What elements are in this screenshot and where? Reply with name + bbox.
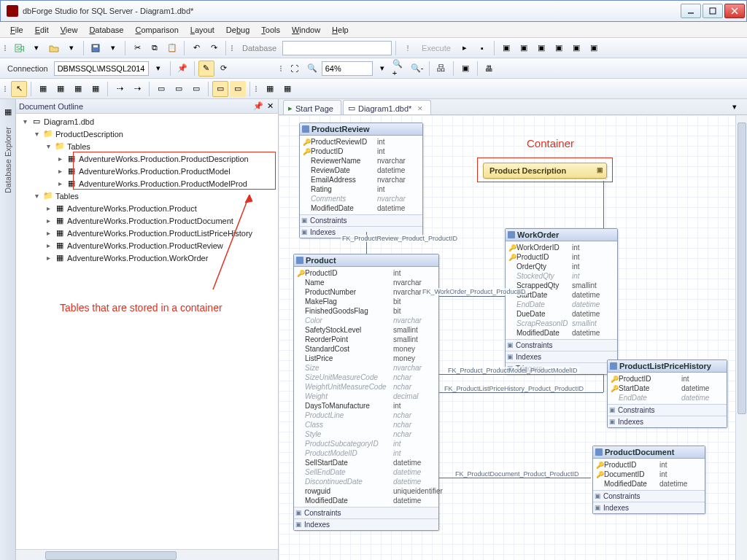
connection-dropdown[interactable]: ▾: [150, 61, 166, 77]
undo-button[interactable]: ↶: [188, 40, 204, 56]
database-combo[interactable]: [282, 41, 392, 55]
execute-icon[interactable]: !: [400, 40, 416, 56]
entity-column[interactable]: 🔑ProductIDint: [508, 252, 614, 262]
entity-column[interactable]: ModifiedDatedatetime: [297, 496, 436, 505]
note-button[interactable]: ▭: [153, 81, 169, 97]
entity-column[interactable]: EndDatedatetime: [508, 300, 614, 309]
entity-section[interactable]: Constraints: [593, 490, 705, 502]
container2-button[interactable]: ▭: [230, 81, 246, 97]
entity-column[interactable]: SellEndDatedatetime: [297, 467, 436, 477]
tab-close-icon[interactable]: ✕: [417, 105, 423, 112]
export-button[interactable]: ▣: [457, 61, 473, 77]
window-2-button[interactable]: ▣: [516, 40, 532, 56]
entity-column[interactable]: DiscontinuedDatedatetime: [297, 477, 436, 486]
zoom-out-button[interactable]: 🔍-: [409, 61, 425, 77]
menu-database[interactable]: Database: [83, 24, 129, 36]
menu-debug[interactable]: Debug: [220, 24, 255, 36]
entity-column[interactable]: ProductSubcategoryIDint: [297, 439, 436, 448]
tree-root[interactable]: Diagram1.dbd: [44, 117, 94, 126]
entity-productdocument[interactable]: ProductDocument 🔑ProductIDint🔑DocumentID…: [592, 446, 705, 514]
add-func-button[interactable]: ▦: [88, 81, 104, 97]
entity-section[interactable]: Constraints: [294, 507, 438, 518]
entity-column[interactable]: SizeUnitMeasureCodenchar: [297, 373, 436, 382]
open-button[interactable]: [46, 40, 62, 56]
entity-column[interactable]: ModifiedDatedatetime: [303, 203, 419, 213]
entity-section[interactable]: Indexes: [506, 351, 617, 362]
entity-section[interactable]: Indexes: [608, 416, 727, 427]
entity-column[interactable]: DueDatedatetime: [508, 309, 614, 319]
entity-column[interactable]: EndDatedatetime: [611, 393, 724, 402]
entity-column[interactable]: Sizenvarchar: [297, 363, 436, 373]
entity-column[interactable]: WeightUnitMeasureCodenchar: [297, 382, 436, 392]
window-4-button[interactable]: ▣: [551, 40, 567, 56]
outline-pin-icon[interactable]: 📌: [253, 101, 263, 112]
outline-tree[interactable]: ▾▭Diagram1.dbd ▾📁ProductDescription ▾📁Ta…: [16, 114, 278, 560]
refresh-button[interactable]: ⟳: [216, 61, 232, 77]
outline-hscroll[interactable]: [16, 549, 278, 560]
menu-file[interactable]: File: [4, 24, 29, 36]
menu-tools[interactable]: Tools: [255, 24, 286, 36]
entity-column[interactable]: ProductModelIDint: [297, 448, 436, 458]
entity-header[interactable]: WorkOrder: [506, 229, 617, 241]
grid-button[interactable]: ▦: [279, 81, 295, 97]
menu-window[interactable]: Window: [286, 24, 326, 36]
entity-column[interactable]: DaysToManufactureint: [297, 401, 436, 411]
relation-button[interactable]: ⇢: [112, 81, 128, 97]
toolbar-grip-2[interactable]: [230, 45, 234, 51]
entity-column[interactable]: Classnchar: [297, 420, 436, 429]
connection-combo[interactable]: [54, 61, 149, 76]
minimize-button[interactable]: [681, 4, 701, 18]
pointer-tool[interactable]: ↖: [11, 81, 27, 97]
relation-line[interactable]: [439, 296, 505, 297]
entity-column[interactable]: 🔑WorkOrderIDint: [508, 243, 614, 252]
zoom-in-button[interactable]: 🔍+: [392, 61, 408, 77]
toolbar-grip[interactable]: [3, 45, 7, 51]
menu-comparison[interactable]: Comparison: [129, 24, 184, 36]
entity-column[interactable]: ScrapReasonIDsmallint: [508, 319, 614, 328]
image-button[interactable]: ▭: [188, 81, 204, 97]
entity-column[interactable]: 🔑DocumentIDint: [596, 470, 702, 479]
tree-tables-2[interactable]: Tables: [55, 192, 79, 201]
stamp-button[interactable]: ▭: [171, 81, 187, 97]
entity-column[interactable]: SellStartDatedatetime: [297, 458, 436, 467]
entity-column[interactable]: EmailAddressnvarchar: [303, 175, 419, 184]
entity-section[interactable]: Constraints: [300, 214, 422, 226]
canvas-vscroll[interactable]: [735, 115, 747, 560]
relation2-button[interactable]: ⇢: [129, 81, 145, 97]
open-recent-button[interactable]: ▾: [63, 40, 80, 56]
maximize-button[interactable]: [703, 4, 723, 18]
entity-column[interactable]: ListPricemoney: [297, 354, 436, 363]
menu-view[interactable]: View: [55, 24, 84, 36]
entity-column[interactable]: ProductLinenchar: [297, 411, 436, 420]
entity-section[interactable]: Indexes: [294, 518, 438, 530]
entity-section[interactable]: Constraints: [506, 339, 617, 351]
entity-header[interactable]: Product: [294, 254, 438, 267]
db-explorer-icon[interactable]: ▦: [0, 104, 16, 120]
tabs-menu-button[interactable]: ▾: [727, 98, 743, 114]
entity-column[interactable]: Namenvarchar: [297, 278, 436, 287]
close-button[interactable]: [724, 4, 745, 18]
entity-column[interactable]: Colornvarchar: [297, 316, 436, 325]
entity-column[interactable]: OrderQtyint: [508, 262, 614, 271]
toolbar-grip-5[interactable]: [254, 86, 258, 92]
relation-line[interactable]: [603, 374, 604, 392]
diagram-canvas[interactable]: ProductReview 🔑ProductReviewIDint🔑Produc…: [279, 115, 735, 560]
entity-productreview[interactable]: ProductReview 🔑ProductReviewIDint🔑Produc…: [299, 122, 423, 238]
zoom-combo[interactable]: [322, 61, 373, 76]
entity-column[interactable]: ModifiedDatedatetime: [508, 328, 614, 338]
entity-column[interactable]: Stylenchar: [297, 429, 436, 439]
copy-button[interactable]: ⧉: [147, 40, 163, 56]
entity-column[interactable]: Ratingint: [303, 184, 419, 194]
entity-column[interactable]: rowguiduniqueidentifier: [297, 486, 436, 496]
window-6-button[interactable]: ▣: [586, 40, 602, 56]
add-proc-button[interactable]: ▦: [70, 81, 86, 97]
relation-line[interactable]: [439, 392, 603, 393]
add-view-button[interactable]: ▦: [53, 81, 69, 97]
window-3-button[interactable]: ▣: [533, 40, 549, 56]
entity-column[interactable]: 🔑ProductIDint: [303, 147, 419, 156]
entity-column[interactable]: ReviewerNamenvarchar: [303, 156, 419, 166]
save-all-button[interactable]: ▾: [105, 40, 121, 56]
entity-column[interactable]: MakeFlagbit: [297, 297, 436, 306]
entity-column[interactable]: StandardCostmoney: [297, 344, 436, 354]
entity-column[interactable]: 🔑ProductIDint: [611, 374, 724, 384]
